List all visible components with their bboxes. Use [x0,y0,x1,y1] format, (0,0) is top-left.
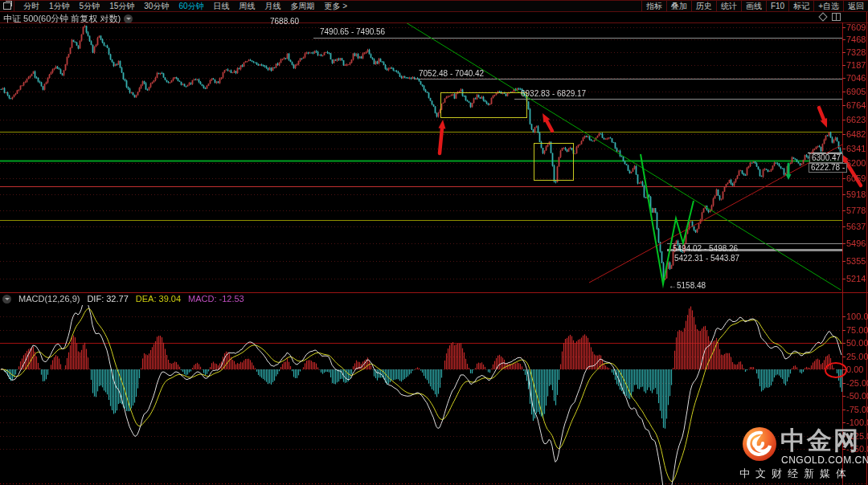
tool-button-标记[interactable]: 标记 [788,1,813,11]
price-axis-tick: 7468 [846,35,866,44]
tool-button-F10[interactable]: F10 [766,1,788,11]
price-axis-tick: 6623 [846,116,866,124]
tab-1分钟[interactable]: 1分钟 [44,1,75,12]
tab-日线[interactable]: 日线 [209,1,235,12]
cngold-watermark: 中金网 CNGOLD.COM.CN 中文财经新媒体 [739,424,865,480]
tab-60分钟[interactable]: 60分钟 [174,1,208,12]
macd-indicator-header: MACD(12,26,9) DIF: 32.77 DEA: 39.04 MACD… [2,294,244,304]
price-level-label: 6932.83 - 6829.17 [521,89,586,98]
tool-buttons: 指标叠加历史统计画线F10标记+自选返回 [641,1,868,11]
tool-button-画线[interactable]: 画线 [741,1,766,11]
trading-app-window: 分时1分钟5分钟15分钟30分钟60分钟日线周线月线多周期更多 > 指标叠加历史… [0,0,868,485]
price-axis-tick: 6764 [846,101,866,110]
tab-15分钟[interactable]: 15分钟 [104,1,139,12]
cngold-logo-icon [741,426,778,463]
tab-月线[interactable]: 月线 [260,1,286,12]
window-restore-icon [3,2,11,10]
period-toolbar: 分时1分钟5分钟15分钟30分钟60分钟日线周线月线多周期更多 > 指标叠加历史… [0,0,868,12]
price-level-label: 7688.60 [270,17,299,26]
price-level-label: 6300.47 [809,153,843,163]
cngold-domain: CNGOLD.COM.CN [781,454,868,466]
price-axis-tick: 7046 [846,74,866,83]
title-collapse-icon[interactable] [124,14,133,23]
macd-axis-tick: -50.00 [846,392,868,401]
price-axis-tick: 6482 [846,130,866,139]
tab-30分钟[interactable]: 30分钟 [139,1,174,12]
chart-title-row: 中证 500(60分钟 前复权 对数) [3,13,133,25]
tab-5分钟[interactable]: 5分钟 [75,1,105,12]
price-axis-tick: 5355 [846,257,866,266]
macd-bar-value: MACD: -12.53 [188,294,244,304]
tool-button-叠加[interactable]: 叠加 [666,1,691,11]
timeframe-tabs: 分时1分钟5分钟15分钟30分钟60分钟日线周线月线多周期更多 > [14,1,352,12]
macd-axis-tick: -75.00 [846,406,868,414]
price-level-label: 7052.48 - 7040.42 [419,69,484,78]
tool-button-历史[interactable]: 历史 [691,1,716,11]
tool-button-统计[interactable]: 统计 [716,1,741,11]
tool-button-返回[interactable]: 返回 [843,1,868,11]
price-axis-tick: 6059 [846,174,866,183]
tool-button-指标[interactable]: 指标 [641,1,666,11]
price-axis-tick: 6341 [846,145,866,153]
price-level-label: ←5158.48 [669,281,706,290]
cngold-logo-text: 中金网 [780,424,860,458]
price-axis-tick: 5496 [846,239,866,248]
macd-name: MACD(12,26,9) [18,294,80,304]
macd-axis-tick: 0.00 [846,365,863,374]
chart-title: 中证 500(60分钟 前复权 对数) [3,13,121,25]
price-axis-tick: 5778 [846,206,866,215]
price-axis-tick: 5214 [846,275,866,283]
price-level-label: 6222.78 - [809,163,847,173]
macd-axis-tick: 75.00 [846,326,868,335]
pane-corner-icons [820,13,841,21]
price-level-label: 7490.65 - 7490.56 [320,27,385,36]
tab-更多 >[interactable]: 更多 > [320,1,353,12]
tab-周线[interactable]: 周线 [235,1,260,12]
window-restore-button[interactable] [0,1,14,11]
price-axis-tick: 5637 [846,222,866,231]
tab-分时[interactable]: 分时 [18,1,44,12]
price-axis-tick: 7187 [846,61,866,70]
price-axis-tick: 6905 [846,88,866,96]
macd-dif-value: DIF: 32.77 [87,294,128,304]
split-pane-icon[interactable] [832,13,841,21]
price-axis-tick: 7328 [846,48,866,57]
diamond-icon[interactable] [818,12,827,21]
macd-axis-tick: -25.00 [846,379,868,388]
price-axis-tick: 7609 [846,23,866,32]
price-level-label: 5494.02 - 5498.26 [673,244,738,253]
price-axis-tick: 6200 [846,159,866,168]
tool-button-+自选[interactable]: +自选 [813,1,843,11]
cngold-tagline: 中文财经新媒体 [739,467,852,481]
macd-dea-value: DEA: 39.04 [136,294,181,304]
tab-多周期[interactable]: 多周期 [286,1,320,12]
price-axis-tick: 5918 [846,190,866,199]
price-level-label: 5422.31 - 5443.87 [674,254,739,263]
macd-axis-tick: 100.0 [846,312,868,321]
macd-axis-tick: 50.00 [846,339,868,348]
macd-collapse-icon[interactable] [2,295,11,304]
macd-axis-tick: 25.00 [846,353,868,361]
